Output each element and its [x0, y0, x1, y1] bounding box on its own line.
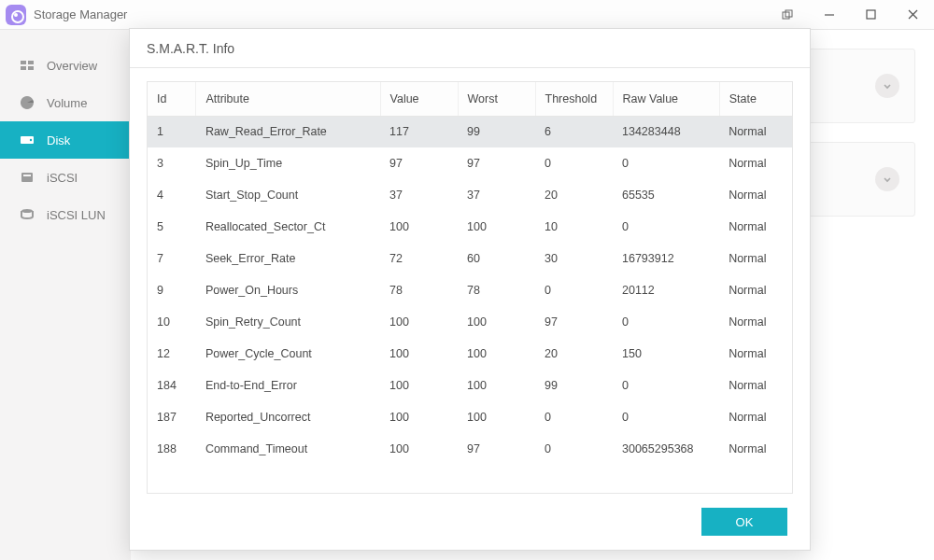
cell-raw: 0: [613, 370, 719, 401]
cell-raw: 16793912: [613, 243, 719, 274]
table-row[interactable]: 188Command_Timeout10097030065295368Norma…: [148, 433, 792, 465]
table-row[interactable]: 3Spin_Up_Time979700Normal: [148, 147, 792, 179]
cell-state: Normal: [719, 243, 792, 274]
sidebar-item-iscsi[interactable]: iSCSI: [0, 159, 131, 196]
col-header-id[interactable]: Id: [148, 82, 196, 116]
cell-attribute: Spin_Up_Time: [196, 147, 380, 179]
dialog-footer: OK: [130, 494, 810, 550]
window-controls: [766, 0, 934, 29]
svg-point-14: [21, 209, 33, 213]
cell-threshold: 99: [535, 370, 613, 401]
cell-worst: 37: [458, 179, 535, 211]
iscsi-lun-icon: [19, 206, 35, 223]
cell-value: 100: [380, 370, 458, 401]
maximize-button[interactable]: [850, 0, 892, 29]
cell-worst: 100: [458, 306, 535, 338]
cell-attribute: Reported_Uncorrect: [196, 401, 380, 433]
table-row[interactable]: 10Spin_Retry_Count100100970Normal: [148, 306, 792, 338]
cell-state: Normal: [719, 306, 792, 338]
cell-attribute: Seek_Error_Rate: [196, 243, 380, 274]
table-row[interactable]: 12Power_Cycle_Count10010020150Normal: [148, 338, 792, 370]
cell-id: 3: [148, 147, 196, 179]
svg-rect-9: [28, 66, 34, 70]
cell-threshold: 6: [535, 116, 613, 147]
col-header-raw[interactable]: Raw Value: [613, 82, 719, 116]
cell-value: 97: [380, 147, 458, 179]
cell-value: 72: [380, 243, 458, 274]
sidebar-item-disk[interactable]: Disk: [0, 121, 131, 159]
expand-button[interactable]: [875, 74, 899, 98]
cell-id: 184: [148, 370, 196, 401]
cell-id: 9: [148, 274, 196, 306]
detach-button[interactable]: [766, 0, 808, 29]
disk-icon: [19, 132, 35, 148]
overview-icon: [19, 57, 35, 74]
cell-raw: 20112: [613, 274, 719, 306]
cell-worst: 100: [458, 370, 535, 401]
expand-button[interactable]: [875, 167, 899, 191]
cell-id: 5: [148, 211, 196, 243]
cell-worst: 99: [458, 116, 535, 147]
svg-point-11: [30, 139, 32, 141]
col-header-state[interactable]: State: [719, 82, 792, 116]
cell-threshold: 0: [535, 274, 613, 306]
cell-raw: 0: [613, 306, 719, 338]
close-button[interactable]: [892, 0, 934, 29]
sidebar: Overview Volume Disk iSCSI iSCSI LUN: [0, 30, 131, 560]
cell-id: 187: [148, 401, 196, 433]
ok-button[interactable]: OK: [701, 508, 787, 536]
table-row[interactable]: 184End-to-End_Error100100990Normal: [148, 370, 792, 401]
col-header-value[interactable]: Value: [380, 82, 458, 116]
titlebar: Storage Manager: [0, 0, 934, 30]
cell-worst: 100: [458, 401, 535, 433]
cell-worst: 78: [458, 274, 535, 306]
cell-state: Normal: [719, 211, 792, 243]
table-row[interactable]: 1Raw_Read_Error_Rate117996134283448Norma…: [148, 116, 792, 147]
svg-rect-6: [21, 61, 26, 64]
table-row[interactable]: 5Reallocated_Sector_Ct100100100Normal: [148, 211, 792, 243]
sidebar-item-iscsi-lun[interactable]: iSCSI LUN: [0, 196, 131, 233]
cell-id: 12: [148, 338, 196, 370]
cell-threshold: 20: [535, 338, 613, 370]
table-row[interactable]: 187Reported_Uncorrect10010000Normal: [148, 401, 792, 433]
cell-attribute: Start_Stop_Count: [196, 179, 380, 211]
cell-state: Normal: [719, 401, 792, 433]
cell-value: 117: [380, 116, 458, 147]
sidebar-item-volume[interactable]: Volume: [0, 84, 131, 121]
svg-rect-12: [21, 173, 33, 182]
app-icon: [6, 5, 26, 25]
cell-raw: 0: [613, 401, 719, 433]
smart-table: Id Attribute Value Worst Threshold Raw V…: [148, 82, 792, 465]
col-header-worst[interactable]: Worst: [458, 82, 535, 116]
cell-state: Normal: [719, 338, 792, 370]
cell-value: 100: [380, 211, 458, 243]
app-title: Storage Manager: [34, 7, 127, 21]
cell-value: 100: [380, 306, 458, 338]
minimize-button[interactable]: [808, 0, 850, 29]
cell-raw: 65535: [613, 179, 719, 211]
table-row[interactable]: 9Power_On_Hours7878020112Normal: [148, 274, 792, 306]
cell-worst: 97: [458, 433, 535, 465]
sidebar-item-label: Overview: [47, 59, 97, 73]
smart-info-dialog: S.M.A.R.T. Info Id Attribute Value Worst…: [129, 28, 811, 551]
sidebar-item-label: iSCSI LUN: [47, 208, 106, 222]
cell-threshold: 0: [535, 433, 613, 465]
svg-rect-3: [867, 10, 875, 19]
cell-state: Normal: [719, 433, 792, 465]
cell-threshold: 20: [535, 179, 613, 211]
svg-rect-7: [28, 61, 34, 64]
col-header-attribute[interactable]: Attribute: [196, 82, 380, 116]
sidebar-item-overview[interactable]: Overview: [0, 47, 131, 84]
svg-rect-13: [23, 175, 31, 176]
cell-value: 78: [380, 274, 458, 306]
cell-raw: 134283448: [613, 116, 719, 147]
sidebar-item-label: iSCSI: [47, 171, 78, 185]
table-row[interactable]: 4Start_Stop_Count37372065535Normal: [148, 179, 792, 211]
cell-value: 100: [380, 401, 458, 433]
cell-attribute: Reallocated_Sector_Ct: [196, 211, 380, 243]
smart-table-scroll[interactable]: Id Attribute Value Worst Threshold Raw V…: [147, 81, 793, 494]
table-row[interactable]: 7Seek_Error_Rate72603016793912Normal: [148, 243, 792, 274]
col-header-threshold[interactable]: Threshold: [535, 82, 613, 116]
cell-state: Normal: [719, 370, 792, 401]
cell-id: 4: [148, 179, 196, 211]
